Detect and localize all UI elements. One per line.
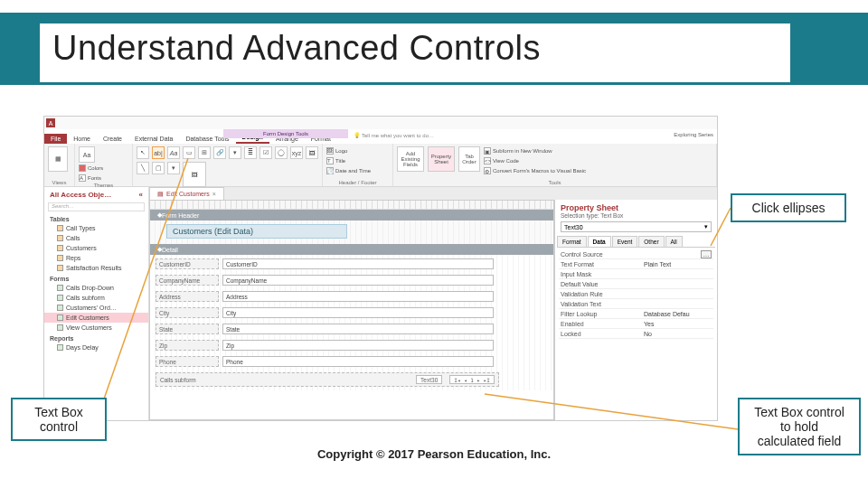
nav-search-input[interactable]: Search…	[48, 202, 145, 211]
property-row: Input Mask	[559, 269, 713, 279]
field-label[interactable]: CustomerID	[156, 258, 219, 269]
tab-create[interactable]: Create	[97, 134, 128, 144]
logo-button[interactable]: 🖼Logo	[326, 146, 371, 155]
table-icon	[57, 245, 63, 251]
logo-icon: 🖼	[326, 147, 334, 155]
image-tool-icon[interactable]: 🖼	[306, 146, 318, 159]
tab-home[interactable]: Home	[67, 134, 97, 144]
field-textbox[interactable]: State	[222, 324, 494, 334]
fonts-button[interactable]: AFonts	[79, 174, 103, 183]
property-row: LockedNo	[559, 329, 713, 339]
view-button[interactable]: ▦	[48, 146, 68, 172]
field-textbox[interactable]: Address	[222, 291, 494, 302]
textbox-tool-icon[interactable]: ab|	[152, 146, 165, 159]
field-textbox[interactable]: City	[222, 307, 494, 318]
nav-section-forms[interactable]: Forms	[44, 273, 148, 283]
subform-tool-icon[interactable]: xyz	[290, 146, 303, 159]
button-tool-icon[interactable]: ▭	[183, 146, 195, 159]
field-label[interactable]: Zip	[156, 340, 219, 351]
rect-tool-icon[interactable]: ▢	[152, 162, 165, 174]
property-tab-data[interactable]: Data	[588, 236, 611, 247]
quick-access-toolbar: A	[44, 117, 717, 129]
nav-form-item-selected[interactable]: Edit Customers	[44, 313, 148, 323]
close-icon[interactable]: ×	[212, 191, 216, 197]
nav-form-item[interactable]: Calls Drop-Down	[44, 283, 148, 293]
field-label[interactable]: CompanyName	[156, 275, 219, 286]
field-label[interactable]: Address	[156, 291, 219, 302]
unbound-textbox[interactable]: Text30	[416, 375, 442, 384]
label-tool-icon[interactable]: Aa	[167, 146, 180, 159]
link-tool-icon[interactable]: 🔗	[213, 146, 226, 159]
checkbox-tool-icon[interactable]: ☑	[259, 146, 272, 159]
tab-order-button[interactable]: Tab Order	[458, 146, 480, 172]
window-icon: ▣	[484, 147, 491, 155]
record-navigator[interactable]: I◂ ◂ 1 ▸ ▸I	[449, 375, 495, 384]
nav-report-item[interactable]: Days Delay	[44, 343, 148, 352]
detail-area[interactable]: CustomerIDCustomerID CompanyNameCompanyN…	[150, 255, 553, 390]
ellipsis-button[interactable]: …	[701, 250, 712, 258]
nav-form-item[interactable]: Customers' Ord…	[44, 303, 148, 313]
section-detail[interactable]: ◆ Detail	[150, 244, 553, 255]
nav-table-item[interactable]: Call Types	[44, 223, 148, 233]
title-button[interactable]: TTitle	[326, 156, 371, 165]
field-textbox[interactable]: Phone	[222, 356, 494, 367]
nav-section-reports[interactable]: Reports	[44, 333, 148, 343]
tab-tool-icon[interactable]: ⊞	[198, 146, 211, 159]
field-textbox[interactable]: CustomerID	[222, 258, 494, 269]
list-tool-icon[interactable]: ≣	[244, 146, 257, 159]
more-controls-icon[interactable]: ▾	[167, 162, 180, 174]
field-textbox[interactable]: CompanyName	[222, 275, 494, 286]
table-icon	[57, 225, 63, 231]
ribbon-body: ▦ Views Aa Colors AFonts Themes ↖ ab| Aa…	[44, 144, 717, 187]
field-row: ZipZip	[156, 340, 548, 351]
view-code-button[interactable]: <>View Code	[484, 156, 586, 165]
page-title: Understand Advanced Controls	[52, 29, 541, 68]
clock-icon: 🕒	[326, 167, 334, 174]
combo-tool-icon[interactable]: ▾	[229, 146, 241, 159]
nav-header[interactable]: All Access Obje…«	[44, 187, 148, 201]
field-textbox[interactable]: Zip	[222, 340, 494, 351]
field-label[interactable]: City	[156, 307, 219, 318]
convert-macros-button[interactable]: ⚙Convert Form's Macros to Visual Basic	[484, 166, 586, 175]
form-header-area[interactable]: Customers (Edit Data)	[150, 221, 553, 244]
form-icon: ▤	[157, 191, 164, 198]
nav-table-item[interactable]: Satisfaction Results	[44, 263, 148, 273]
tell-me[interactable]: 💡Tell me what you want to do…	[354, 132, 434, 138]
nav-form-item[interactable]: Calls subform	[44, 293, 148, 303]
option-tool-icon[interactable]: ◯	[275, 146, 288, 159]
property-tab-event[interactable]: Event	[612, 236, 638, 247]
subform-label: Calls subform	[160, 377, 196, 383]
selection-combo[interactable]: Text30▾	[561, 221, 712, 232]
nav-form-item[interactable]: View Customers	[44, 323, 148, 333]
form-icon	[57, 295, 63, 301]
nav-table-item[interactable]: Calls	[44, 233, 148, 243]
subform-row[interactable]: Calls subform Text30 I◂ ◂ 1 ▸ ▸I	[156, 372, 499, 387]
line-tool-icon[interactable]: ╲	[137, 162, 149, 174]
tab-external-data[interactable]: External Data	[128, 134, 179, 144]
form-title-control[interactable]: Customers (Edit Data)	[166, 224, 347, 239]
nav-table-item[interactable]: Customers	[44, 243, 148, 253]
field-label[interactable]: State	[156, 324, 219, 334]
property-tab-other[interactable]: Other	[638, 236, 664, 247]
select-tool-icon[interactable]: ↖	[137, 146, 149, 159]
property-tab-all[interactable]: All	[665, 236, 683, 247]
tab-file[interactable]: File	[44, 134, 67, 144]
property-sheet-button[interactable]: Property Sheet	[428, 146, 455, 172]
date-time-button[interactable]: 🕒Date and Time	[326, 166, 371, 175]
document-tab[interactable]: ▤ Edit Customers ×	[149, 187, 224, 200]
add-existing-fields-button[interactable]: Add Existing Fields	[397, 146, 424, 172]
navigation-pane: All Access Obje…« Search… Tables Call Ty…	[44, 187, 149, 420]
property-tab-format[interactable]: Format	[557, 236, 587, 247]
field-label[interactable]: Phone	[156, 356, 219, 367]
nav-table-item[interactable]: Reps	[44, 253, 148, 263]
form-design-surface[interactable]: ◆ Form Header Customers (Edit Data) ◆ De…	[149, 200, 554, 420]
themes-button[interactable]: Aa	[79, 146, 95, 163]
insert-image-button[interactable]: 🖼	[183, 162, 206, 187]
section-form-header[interactable]: ◆ Form Header	[150, 210, 553, 221]
nav-section-tables[interactable]: Tables	[44, 213, 148, 223]
property-row: Text FormatPlain Text	[559, 259, 713, 269]
ruler-horizontal	[150, 201, 553, 210]
subform-new-window-button[interactable]: ▣Subform in New Window	[484, 146, 586, 155]
title-icon: T	[326, 157, 334, 164]
colors-button[interactable]: Colors	[79, 164, 103, 173]
